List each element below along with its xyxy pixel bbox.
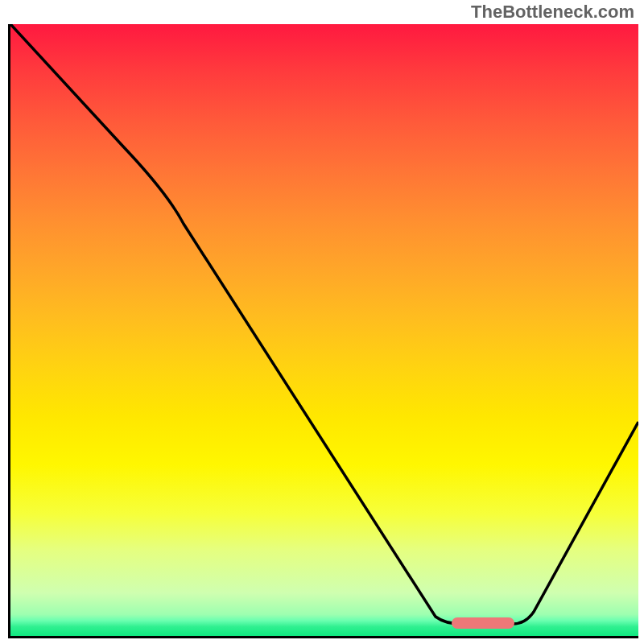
optimal-marker	[452, 617, 514, 629]
plot-area	[8, 24, 638, 638]
attribution-label: TheBottleneck.com	[471, 2, 634, 23]
chart-container: TheBottleneck.com	[0, 0, 644, 644]
curve-svg	[10, 24, 638, 636]
bottleneck-curve	[10, 24, 638, 624]
